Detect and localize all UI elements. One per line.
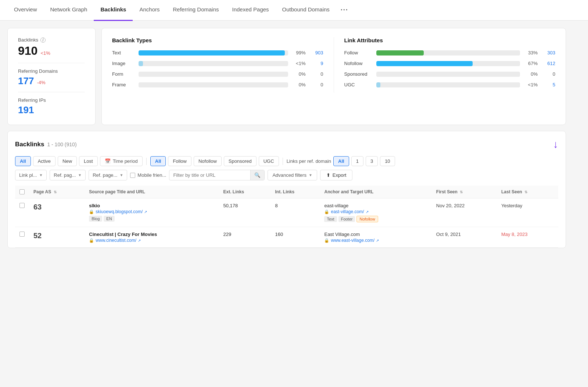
col-int-links: Int. Links [270,186,320,198]
col-first-seen[interactable]: First Seen ⇅ [432,186,497,198]
external-link-icon[interactable]: ↗ [144,210,147,214]
first-seen-value: Oct 9, 2021 [436,232,461,237]
referring-domains-change: -4% [37,80,45,85]
types-divider [334,37,334,93]
table-title: Backlinks 1 - 100 (910) [15,141,77,148]
filter-sponsored[interactable]: Sponsored [224,156,257,166]
row-select-checkbox[interactable] [19,232,25,237]
attr-count[interactable]: 303 [542,50,555,55]
row-select-checkbox[interactable] [19,203,25,208]
filter-row-2: Link pl... ▼ Ref. pag... ▼ Ref. page... … [15,170,558,180]
source-tag: Blog [89,216,102,222]
filter-separator-1 [146,158,147,165]
select-all-header[interactable] [15,186,29,198]
search-input[interactable] [169,170,250,180]
anchor-title: East Village.com [324,232,427,237]
link-attribute-row: Nofollow 67% 612 [344,61,556,66]
table-row: 52 Cinecultist | Crazy For Movies 🔒 www.… [15,227,558,248]
time-period-button[interactable]: 📅 Time period [100,156,143,166]
nav-more-button[interactable]: ··· [336,0,353,21]
type-count: 0 [310,71,323,77]
nav-item-outbound-domains[interactable]: Outbound Domains [276,0,336,21]
type-pct: <1% [293,61,306,66]
table-header: Backlinks 1 - 100 (910) ↓ [15,139,558,150]
filter-links-per-ref-all[interactable]: All [333,156,349,166]
filter-links-per-ref-10[interactable]: 10 [380,156,395,166]
attr-count[interactable]: 5 [542,82,555,87]
export-button[interactable]: ⬆ Export [320,170,353,180]
type-count: 0 [310,82,323,87]
filter-nofollow[interactable]: Nofollow [194,156,222,166]
search-button[interactable]: 🔍 [250,170,264,180]
first-seen-value: Nov 20, 2022 [436,203,465,208]
backlink-type-row: Frame 0% 0 [112,82,323,87]
mobile-friendly-checkbox-label[interactable]: Mobile frien... [130,172,166,178]
backlinks-info-icon[interactable]: i [40,37,46,43]
types-attributes-panel: Backlink Types Text 99% 903 Image <1% 9 … [101,28,566,125]
lock-icon-2: 🔒 [324,238,329,243]
sort-icon-page-as: ⇅ [54,190,57,194]
type-count[interactable]: 903 [310,50,323,55]
external-link-icon[interactable]: ↗ [138,239,141,243]
filter-follow[interactable]: Follow [168,156,191,166]
source-url[interactable]: 🔒 skiuoewq.blogspot.com/ ↗ [89,209,214,214]
col-page-as[interactable]: Page AS ⇅ [29,186,85,198]
filter-new-status[interactable]: New [58,156,77,166]
backlinks-change: <1% [40,50,50,56]
filter-all-status[interactable]: All [15,156,31,166]
link-attributes-rows: Follow 33% 303 Nofollow 67% 612 Sponsore… [344,50,556,87]
attr-pct: 0% [524,71,538,77]
ref-page-dropdown[interactable]: Ref. page... ▼ [89,170,127,180]
link-placement-dropdown[interactable]: Link pl... ▼ [15,170,47,180]
col-last-seen[interactable]: Last Seen ⇅ [497,186,558,198]
filter-all-attr[interactable]: All [150,156,166,166]
select-all-checkbox[interactable] [19,189,25,194]
export-icon: ⬆ [326,172,330,178]
anchor-cell: East Village.com 🔒 www.east-village.com/… [320,227,431,248]
source-tag: EN [104,216,114,222]
filter-lost-status[interactable]: Lost [79,156,98,166]
chevron-down-icon-3: ▼ [119,173,123,177]
source-title: Cinecultist | Crazy For Movies [89,232,214,237]
type-pct: 99% [293,50,306,55]
external-link-icon-2[interactable]: ↗ [366,210,369,214]
backlinks-label: Backlinks i [18,37,85,43]
filter-ugc[interactable]: UGC [259,156,279,166]
filter-links-per-ref-3[interactable]: 3 [366,156,378,166]
mobile-friendly-checkbox[interactable] [130,173,135,178]
advanced-filters-button[interactable]: Advanced filters ▼ [268,170,317,180]
nav-item-referring-domains[interactable]: Referring Domains [166,0,225,21]
nav-item-overview[interactable]: Overview [7,0,44,21]
external-link-icon-2[interactable]: ↗ [376,239,379,243]
nav-item-network-graph[interactable]: Network Graph [44,0,94,21]
type-count[interactable]: 9 [310,61,323,66]
source-cell: Cinecultist | Crazy For Movies 🔒 www.cin… [85,227,219,248]
anchor-tag: Footer [338,216,355,222]
chevron-down-icon-4: ▼ [309,173,312,177]
attr-count: 0 [542,71,555,77]
anchor-url[interactable]: 🔒 east-village.com/ ↗ [324,209,427,214]
anchor-url[interactable]: 🔒 www.east-village.com/ ↗ [324,238,427,243]
row-checkbox-cell[interactable] [15,198,29,227]
int-links-cell: 8 [270,198,320,227]
attr-count[interactable]: 612 [542,61,555,66]
nav-item-indexed-pages[interactable]: Indexed Pages [226,0,276,21]
attr-name: Sponsored [344,71,372,77]
source-url[interactable]: 🔒 www.cinecultist.com/ ↗ [89,238,214,243]
nav-item-backlinks[interactable]: Backlinks [94,0,133,21]
attr-name: UGC [344,82,372,87]
nav-item-anchors[interactable]: Anchors [133,0,166,21]
arrow-down-icon: ↓ [553,139,558,150]
link-attributes-title: Link Attributes [344,37,556,43]
page-as-cell: 63 [29,198,85,227]
lock-icon: 🔒 [89,209,94,214]
bar-container [376,72,520,77]
filter-active-status[interactable]: Active [33,156,55,166]
filter-links-per-ref-1[interactable]: 1 [351,156,363,166]
row-checkbox-cell[interactable] [15,227,29,248]
ref-page-as-dropdown[interactable]: Ref. pag... ▼ [50,170,86,180]
type-name: Form [112,71,134,77]
source-cell: slkio 🔒 skiuoewq.blogspot.com/ ↗ BlogEN [85,198,219,227]
bar-container [376,61,520,66]
backlinks-value: 910 <1% [18,44,85,58]
